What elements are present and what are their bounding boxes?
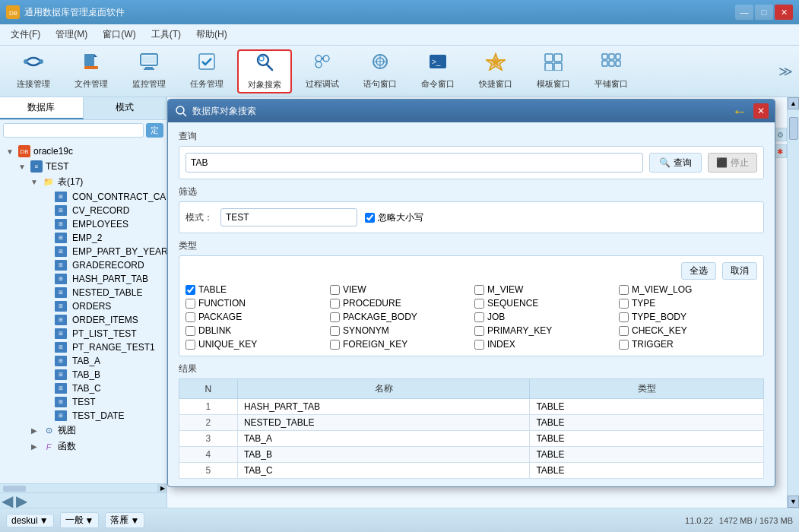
toolbar-file[interactable]: 文件管理 — [64, 49, 119, 93]
query-input[interactable] — [185, 153, 643, 173]
tree-item-EMP_2[interactable]: ⊞ EMP_2 — [3, 231, 163, 245]
toolbar-template[interactable]: 模板窗口 — [526, 49, 581, 93]
tree-item-CV_RECORD[interactable]: ⊞ CV_RECORD — [3, 204, 163, 217]
type-item-PRIMARY_KEY[interactable]: PRIMARY_KEY — [474, 325, 613, 336]
type-item-FOREIGN_KEY[interactable]: FOREIGN_KEY — [330, 339, 468, 350]
maximize-button[interactable]: □ — [755, 5, 773, 20]
table-row[interactable]: 5 TAB_C TABLE — [179, 463, 764, 479]
search-button[interactable]: 🔍 查询 — [649, 153, 702, 173]
type-checkbox-M_VIEW_LOG[interactable] — [619, 285, 629, 295]
ignore-case-label[interactable]: 忽略大小写 — [365, 211, 423, 224]
type-item-FUNCTION[interactable]: FUNCTION — [185, 298, 324, 309]
type-checkbox-TYPE[interactable] — [619, 299, 629, 309]
type-item-JOB[interactable]: JOB — [474, 312, 613, 322]
type-item-TRIGGER[interactable]: TRIGGER — [619, 339, 757, 350]
status-landing[interactable]: 落雁 ▼ — [105, 512, 144, 528]
type-checkbox-UNIQUE_KEY[interactable] — [185, 340, 195, 350]
toolbar-connect[interactable]: 连接管理 — [6, 49, 61, 93]
tree-item-test[interactable]: ▼ ≡ TEST — [3, 159, 163, 174]
type-checkbox-SYNONYM[interactable] — [330, 326, 340, 336]
window-controls[interactable]: — □ ✕ — [735, 5, 793, 20]
tree-item-PT_LIST_TEST[interactable]: ⊞ PT_LIST_TEST — [3, 327, 163, 340]
tree-item-ORDER_ITEMS[interactable]: ⊞ ORDER_ITEMS — [3, 313, 163, 327]
toolbar-monitor[interactable]: 监控管理 — [122, 49, 176, 93]
toolbar-search[interactable]: 对象搜索 — [237, 49, 292, 93]
type-item-CHECK_KEY[interactable]: CHECK_KEY — [619, 325, 757, 336]
type-checkbox-M_VIEW[interactable] — [474, 285, 484, 295]
type-checkbox-TYPE_BODY[interactable] — [619, 312, 629, 322]
type-checkbox-PRIMARY_KEY[interactable] — [474, 326, 484, 336]
tree-item-NESTED_TABLE[interactable]: ⊞ NESTED_TABLE — [3, 286, 163, 299]
type-checkbox-CHECK_KEY[interactable] — [619, 326, 629, 336]
type-item-TABLE[interactable]: TABLE — [185, 284, 324, 295]
type-checkbox-FOREIGN_KEY[interactable] — [330, 340, 340, 350]
type-item-DBLINK[interactable]: DBLINK — [185, 325, 324, 336]
toolbar-expand-icon[interactable]: ≫ — [778, 63, 793, 80]
toolbar-shortcut[interactable]: 快捷窗口 — [468, 49, 523, 93]
mode-input[interactable] — [220, 208, 357, 226]
table-row[interactable]: 2 NESTED_TABLE TABLE — [179, 415, 764, 431]
cancel-select-button[interactable]: 取消 — [722, 262, 757, 280]
tree-item-TAB_B[interactable]: ⊞ TAB_B — [3, 368, 163, 382]
tree-item-tables-folder[interactable]: ▼ 📁 表(17) — [3, 174, 163, 190]
tree-item-views[interactable]: ▶ ⊙ 视图 — [3, 423, 163, 439]
tree-item-CON_CONTRACT_CA___[interactable]: ⊞ CON_CONTRACT_CA... — [3, 190, 163, 204]
type-checkbox-VIEW[interactable] — [330, 285, 340, 295]
type-checkbox-PACKAGE_BODY[interactable] — [330, 312, 340, 322]
type-checkbox-TABLE[interactable] — [185, 285, 195, 295]
tab-schema[interactable]: 模式 — [84, 97, 167, 119]
close-button[interactable]: ✕ — [775, 5, 793, 20]
table-row[interactable]: 1 HASH_PART_TAB TABLE — [179, 399, 764, 415]
type-checkbox-JOB[interactable] — [474, 312, 484, 322]
type-item-SEQUENCE[interactable]: SEQUENCE — [474, 298, 613, 309]
type-item-PROCEDURE[interactable]: PROCEDURE — [330, 298, 468, 309]
type-item-TYPE_BODY[interactable]: TYPE_BODY — [619, 312, 757, 322]
type-checkbox-PACKAGE[interactable] — [185, 312, 195, 322]
ignore-case-checkbox[interactable] — [365, 213, 375, 223]
left-search-input[interactable] — [3, 123, 144, 138]
type-checkbox-TRIGGER[interactable] — [619, 340, 629, 350]
type-item-SYNONYM[interactable]: SYNONYM — [330, 325, 468, 336]
toolbar-cmd[interactable]: >_ 命令窗口 — [411, 49, 465, 93]
type-item-UNIQUE_KEY[interactable]: UNIQUE_KEY — [185, 339, 324, 350]
tree-item-EMP_PART_BY_YEAR[interactable]: ⊞ EMP_PART_BY_YEAR — [3, 245, 163, 258]
type-item-PACKAGE_BODY[interactable]: PACKAGE_BODY — [330, 312, 468, 322]
toolbar-debug[interactable]: 过程调试 — [295, 49, 350, 93]
tree-item-TEST_DATE[interactable]: ⊞ TEST_DATE — [3, 409, 163, 423]
toolbar-task[interactable]: 任务管理 — [179, 49, 234, 93]
modal-close-button[interactable]: ✕ — [753, 103, 769, 119]
left-search-confirm-button[interactable]: 定 — [146, 123, 163, 138]
tree-item-functions[interactable]: ▶ F 函数 — [3, 439, 163, 454]
type-item-M_VIEW[interactable]: M_VIEW — [474, 284, 613, 295]
tree-item-TAB_C[interactable]: ⊞ TAB_C — [3, 382, 163, 395]
minimize-button[interactable]: — — [735, 5, 753, 20]
toolbar-flat[interactable]: 平铺窗口 — [584, 49, 639, 93]
type-checkbox-FUNCTION[interactable] — [185, 299, 195, 309]
tree-item-TAB_A[interactable]: ⊞ TAB_A — [3, 354, 163, 368]
type-checkbox-PROCEDURE[interactable] — [330, 299, 340, 309]
menu-manage[interactable]: 管理(M) — [48, 27, 95, 43]
type-item-VIEW[interactable]: VIEW — [330, 284, 468, 295]
type-item-M_VIEW_LOG[interactable]: M_VIEW_LOG — [619, 284, 757, 295]
menu-tools[interactable]: 工具(T) — [144, 27, 189, 43]
table-row[interactable]: 3 TAB_A TABLE — [179, 431, 764, 447]
select-all-button[interactable]: 全选 — [681, 262, 716, 280]
type-item-PACKAGE[interactable]: PACKAGE — [185, 312, 324, 322]
type-checkbox-DBLINK[interactable] — [185, 326, 195, 336]
status-deskui[interactable]: deskui ▼ — [6, 514, 54, 527]
type-item-TYPE[interactable]: TYPE — [619, 298, 757, 309]
scroll-up-button[interactable]: ▲ — [788, 97, 799, 109]
scroll-down-button[interactable]: ▼ — [788, 496, 799, 508]
tree-item-PT_RANGE_TEST1[interactable]: ⊞ PT_RANGE_TEST1 — [3, 340, 163, 354]
toolbar-sql[interactable]: 语句窗口 — [353, 49, 407, 93]
tree-item-HASH_PART_TAB[interactable]: ⊞ HASH_PART_TAB — [3, 272, 163, 286]
menu-file[interactable]: 文件(F) — [3, 27, 48, 43]
tree-item-TEST[interactable]: ⊞ TEST — [3, 395, 163, 409]
stop-button[interactable]: ⬛ 停止 — [708, 153, 757, 173]
tree-item-GRADERECORD[interactable]: ⊞ GRADERECORD — [3, 258, 163, 272]
tree-item-oracle19c[interactable]: ▼ DB oracle19c — [3, 144, 163, 159]
status-general[interactable]: 一般 ▼ — [60, 512, 100, 528]
menu-help[interactable]: 帮助(H) — [189, 27, 235, 43]
menu-window[interactable]: 窗口(W) — [95, 27, 143, 43]
tree-item-EMPLOYEES[interactable]: ⊞ EMPLOYEES — [3, 217, 163, 231]
